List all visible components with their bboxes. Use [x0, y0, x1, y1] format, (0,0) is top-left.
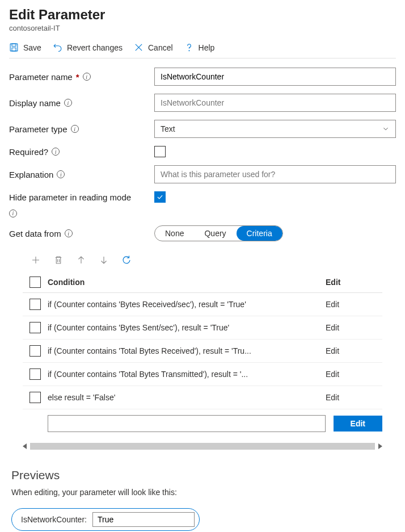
- edit-link[interactable]: Edit: [326, 300, 339, 309]
- required-checkbox[interactable]: [154, 146, 166, 157]
- pill-criteria[interactable]: Criteria: [237, 226, 282, 241]
- cancel-label: Cancel: [148, 43, 173, 52]
- chevron-down-icon: [382, 125, 390, 133]
- revert-button[interactable]: Revert changes: [53, 43, 123, 52]
- cancel-button[interactable]: Cancel: [134, 43, 173, 52]
- param-name-label: Parameter name: [9, 72, 73, 82]
- required-label: Required?: [9, 147, 48, 157]
- edit-link[interactable]: Edit: [326, 370, 339, 379]
- info-icon[interactable]: i: [52, 148, 60, 156]
- help-icon: [184, 43, 194, 52]
- page-title: Edit Parameter: [9, 7, 396, 23]
- command-bar: Save Revert changes Cancel Help: [9, 43, 396, 58]
- edit-link[interactable]: Edit: [326, 323, 339, 332]
- add-icon[interactable]: [31, 255, 41, 265]
- svg-point-3: [189, 51, 189, 51]
- row-checkbox[interactable]: [29, 345, 41, 357]
- info-icon[interactable]: i: [57, 170, 65, 178]
- explanation-label: Explanation: [9, 170, 53, 179]
- table-row: if (Counter contains 'Total Bytes Transm…: [23, 363, 382, 386]
- param-type-select[interactable]: Text: [154, 120, 396, 138]
- get-data-label: Get data from: [9, 229, 61, 238]
- svg-rect-2: [12, 48, 16, 51]
- required-asterisk: *: [76, 72, 79, 82]
- info-icon[interactable]: i: [71, 125, 79, 133]
- table-row: if (Counter contains 'Bytes Sent/sec'), …: [23, 316, 382, 340]
- scroll-left-icon[interactable]: [23, 443, 27, 449]
- info-icon[interactable]: i: [64, 99, 72, 107]
- scroll-track[interactable]: [30, 443, 375, 450]
- revert-label: Revert changes: [67, 43, 123, 52]
- row-checkbox[interactable]: [29, 299, 41, 310]
- row-checkbox[interactable]: [29, 368, 41, 380]
- edit-link[interactable]: Edit: [326, 346, 339, 355]
- delete-icon[interactable]: [53, 255, 64, 265]
- pill-query[interactable]: Query: [194, 226, 236, 241]
- save-label: Save: [23, 43, 41, 52]
- info-icon[interactable]: i: [83, 73, 91, 81]
- save-icon: [9, 43, 19, 52]
- condition-text: if (Counter contains 'Total Bytes Receiv…: [48, 346, 326, 355]
- preview-label: IsNetworkCounter:: [21, 515, 87, 524]
- condition-text: else result = 'False': [48, 393, 326, 402]
- condition-text: if (Counter contains 'Total Bytes Transm…: [48, 370, 326, 379]
- scroll-right-icon[interactable]: [378, 443, 382, 449]
- hide-label: Hide parameter in reading mode: [9, 192, 131, 202]
- data-source-toggle: None Query Criteria: [154, 225, 283, 241]
- table-row: if (Counter contains 'Total Bytes Receiv…: [23, 340, 382, 363]
- criteria-toolbar: [31, 255, 396, 265]
- edit-last-button[interactable]: Edit: [334, 416, 382, 432]
- move-down-icon[interactable]: [99, 255, 109, 265]
- preview-pill[interactable]: IsNetworkCounter:: [11, 508, 200, 531]
- display-name-label: Display name: [9, 98, 61, 108]
- condition-text: if (Counter contains 'Bytes Sent/sec'), …: [48, 323, 326, 332]
- help-button[interactable]: Help: [184, 43, 215, 52]
- col-condition: Condition: [48, 278, 326, 287]
- close-icon: [134, 43, 144, 52]
- new-condition-input[interactable]: [48, 415, 326, 432]
- edit-link[interactable]: Edit: [326, 393, 339, 402]
- param-name-input[interactable]: [154, 68, 396, 86]
- param-type-label: Parameter type: [9, 124, 68, 134]
- table-row: else result = 'False' Edit: [23, 386, 382, 409]
- pill-none[interactable]: None: [155, 226, 194, 241]
- col-edit: Edit: [326, 278, 382, 287]
- param-type-value: Text: [161, 124, 175, 133]
- select-all-checkbox[interactable]: [29, 277, 41, 288]
- condition-text: if (Counter contains 'Bytes Received/sec…: [48, 300, 326, 309]
- row-checkbox[interactable]: [29, 322, 41, 333]
- table-row: if (Counter contains 'Bytes Received/sec…: [23, 293, 382, 316]
- info-icon[interactable]: i: [9, 210, 17, 217]
- page-subtitle: contosoretail-IT: [9, 24, 396, 32]
- explanation-input[interactable]: [154, 165, 396, 183]
- svg-rect-1: [12, 44, 16, 46]
- help-label: Help: [199, 43, 215, 52]
- table-header: Condition Edit: [23, 272, 382, 293]
- display-name-input[interactable]: [154, 94, 396, 112]
- row-checkbox[interactable]: [29, 392, 41, 403]
- check-icon: [156, 193, 164, 201]
- move-up-icon[interactable]: [76, 255, 86, 265]
- previews-desc: When editing, your parameter will look l…: [11, 488, 394, 497]
- save-button[interactable]: Save: [9, 43, 41, 52]
- previews-title: Previews: [11, 468, 394, 482]
- info-icon[interactable]: i: [65, 229, 73, 237]
- refresh-icon[interactable]: [121, 255, 132, 265]
- horizontal-scrollbar[interactable]: [23, 441, 382, 451]
- preview-input[interactable]: [92, 512, 195, 527]
- svg-rect-0: [10, 44, 18, 51]
- hide-checkbox[interactable]: [154, 191, 166, 203]
- undo-icon: [53, 43, 62, 52]
